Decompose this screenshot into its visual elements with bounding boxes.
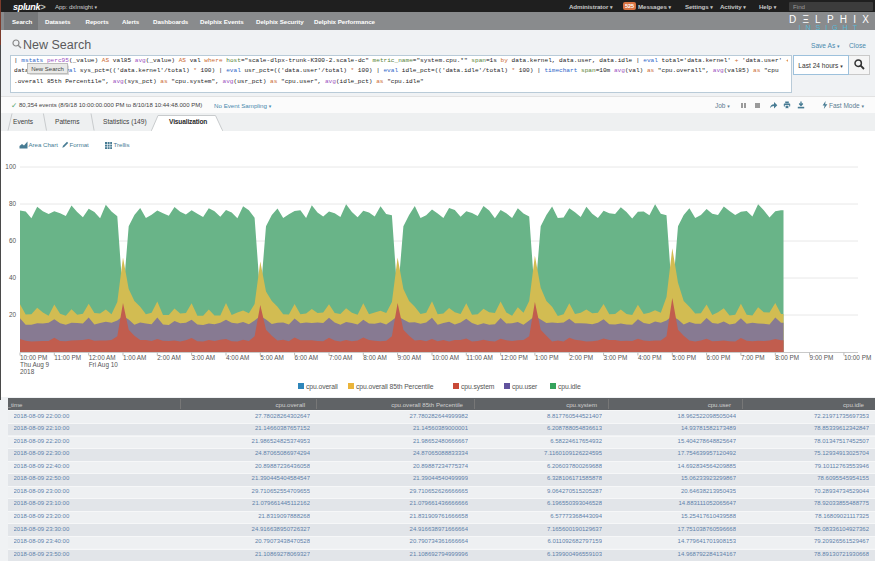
svg-text:6:00 PM: 6:00 PM [707, 354, 731, 361]
svg-text:3:00 PM: 3:00 PM [604, 354, 628, 361]
svg-text:2:00 PM: 2:00 PM [569, 354, 593, 361]
svg-text:11:00 PM: 11:00 PM [54, 354, 81, 361]
svg-text:40: 40 [9, 274, 17, 281]
svg-text:60: 60 [9, 237, 17, 244]
svg-text:1:00 PM: 1:00 PM [535, 354, 559, 361]
svg-text:6:00 AM: 6:00 AM [295, 354, 318, 361]
svg-text:3:00 AM: 3:00 AM [192, 354, 215, 361]
svg-text:4:00 PM: 4:00 PM [638, 354, 662, 361]
svg-text:2018: 2018 [20, 368, 35, 375]
svg-text:8:00 PM: 8:00 PM [775, 354, 799, 361]
svg-text:20: 20 [9, 311, 17, 318]
svg-text:12:00 AM: 12:00 AM [89, 354, 116, 361]
svg-text:5:00 PM: 5:00 PM [672, 354, 696, 361]
svg-text:2:00 AM: 2:00 AM [157, 354, 180, 361]
svg-text:9:00 PM: 9:00 PM [810, 354, 834, 361]
svg-text:10:00 AM: 10:00 AM [432, 354, 459, 361]
svg-text:10:00 PM: 10:00 PM [20, 354, 47, 361]
svg-text:Fri Aug 10: Fri Aug 10 [89, 361, 119, 369]
svg-text:4:00 AM: 4:00 AM [226, 354, 249, 361]
svg-text:11:00 AM: 11:00 AM [466, 354, 493, 361]
svg-text:5:00 AM: 5:00 AM [260, 354, 283, 361]
svg-text:10:00 PM: 10:00 PM [844, 354, 871, 361]
svg-text:7:00 AM: 7:00 AM [329, 354, 352, 361]
svg-text:12:00 PM: 12:00 PM [501, 354, 528, 361]
svg-text:9:00 AM: 9:00 AM [398, 354, 421, 361]
svg-text:80: 80 [9, 200, 17, 207]
svg-text:8:00 AM: 8:00 AM [363, 354, 386, 361]
svg-text:7:00 PM: 7:00 PM [741, 354, 765, 361]
svg-text:100: 100 [5, 163, 16, 170]
svg-text:1:00 AM: 1:00 AM [123, 354, 146, 361]
